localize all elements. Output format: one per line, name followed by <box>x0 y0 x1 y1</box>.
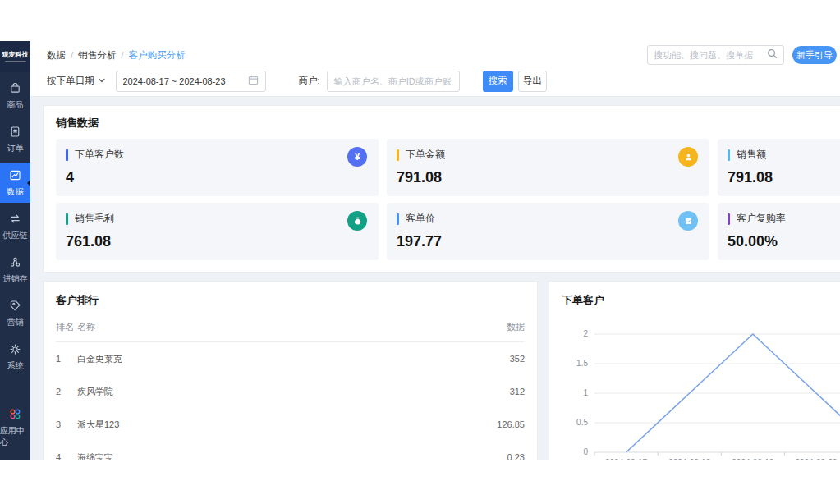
x-axis-label: 2024-08-20 <box>795 458 838 460</box>
value-cell: 352 <box>469 354 525 364</box>
check-square-icon <box>678 211 698 231</box>
global-search-input[interactable] <box>654 50 767 60</box>
sidebar-item-inventory[interactable]: 进销存 <box>0 250 30 290</box>
breadcrumb-item-current: 客户购买分析 <box>128 49 185 62</box>
card-title: 销售毛利 <box>75 212 114 226</box>
sidebar-item-label: 供应链 <box>3 230 28 241</box>
topbar: 数据 / 销售分析 / 客户购买分析 新手引导 按下单日期 <box>30 41 840 97</box>
table-row: 4海绵宝宝0.23 <box>56 441 525 460</box>
value-cell: 312 <box>469 387 525 396</box>
column-header-rank: 排名 <box>56 321 77 333</box>
rank-cell: 1 <box>56 354 77 364</box>
metric-card-repurchase-rate: 客户复购率 50.00% <box>718 203 840 260</box>
nodes-icon <box>8 255 22 271</box>
card-accent <box>66 149 68 161</box>
breadcrumb-separator: / <box>71 50 73 60</box>
sidebar-item-supply-chain[interactable]: 供应链 <box>0 206 30 246</box>
rank-cell: 2 <box>56 387 77 396</box>
metric-card-sales-amount: 销售额 791.08 <box>718 139 840 196</box>
x-axis-label: 2024-08-18 <box>668 458 711 460</box>
card-accent <box>397 149 399 161</box>
card-accent <box>66 213 68 225</box>
y-axis-label: 2 <box>583 329 588 338</box>
x-axis-label: 2024-08-17 <box>605 458 648 460</box>
logo[interactable]: 观麦科技 <box>0 41 30 72</box>
date-type-dropdown[interactable]: 按下单日期 <box>47 75 106 87</box>
sidebar-item-products[interactable]: 商品 <box>0 76 30 116</box>
tag-icon <box>8 299 22 314</box>
breadcrumb-item-data[interactable]: 数据 <box>47 49 66 62</box>
sidebar-item-label: 应用中心 <box>0 425 30 448</box>
card-title: 下单客户数 <box>75 148 124 162</box>
newbie-guide-button[interactable]: 新手引导 <box>792 46 837 64</box>
sidebar-item-label: 商品 <box>7 99 24 111</box>
card-title: 客单价 <box>406 212 435 226</box>
card-title: 客户复购率 <box>737 212 786 226</box>
sidebar-item-data[interactable]: 数据 <box>0 163 30 203</box>
app-center-icon <box>8 407 22 423</box>
logo-text: 观麦科技 <box>2 51 29 58</box>
x-axis-label: 2024-08-19 <box>732 458 774 460</box>
card-accent <box>728 213 730 225</box>
name-cell: 派大星123 <box>77 419 123 431</box>
sidebar-item-orders[interactable]: 订单 <box>0 119 30 159</box>
gear-icon <box>8 342 22 358</box>
sidebar-item-label: 数据 <box>7 186 24 198</box>
ranking-table-header: 排名 名称 数据 <box>56 308 525 342</box>
sidebar-item-marketing[interactable]: 营销 <box>0 293 30 333</box>
sales-data-title: 销售数据 <box>56 116 840 131</box>
rank-cell: 3 <box>56 419 77 429</box>
breadcrumb-item-sales-analysis[interactable]: 销售分析 <box>78 49 116 62</box>
search-icon[interactable] <box>767 48 778 62</box>
calendar-icon[interactable] <box>248 75 259 87</box>
main-area: 数据 / 销售分析 / 客户购买分析 新手引导 按下单日期 <box>30 41 840 460</box>
app-window: 观麦科技 商品 订单 数据 供应链 进销存 营销 系统 <box>0 41 840 460</box>
name-cell: 海绵宝宝 <box>77 451 123 460</box>
date-range-input[interactable] <box>116 71 266 92</box>
sidebar-item-app-center[interactable]: 应用中心 <box>0 401 30 453</box>
value-cell: 0.23 <box>469 452 525 460</box>
column-header-value: 数据 <box>469 321 525 333</box>
name-cell: 疾风学院 <box>77 386 123 398</box>
metric-card-order-customers: 下单客户数 4 ¥ <box>56 139 379 196</box>
logo-subtext <box>5 61 26 62</box>
card-value: 4 <box>66 169 369 186</box>
metric-card-avg-order-value: 客单价 197.77 <box>387 203 709 260</box>
card-accent <box>397 213 399 225</box>
metric-card-gross-profit: 销售毛利 761.08 <box>56 203 379 260</box>
table-row: 3派大星123126.85 <box>56 408 525 441</box>
card-value: 50.00% <box>728 233 840 250</box>
merchant-search-field[interactable] <box>327 71 460 92</box>
order-customers-chart: 00.511.522024-08-172024-08-182024-08-192… <box>562 314 840 460</box>
order-customers-title: 下单客户 <box>562 293 840 308</box>
card-value: 197.77 <box>397 233 700 250</box>
table-row: 2疾风学院312 <box>56 375 525 408</box>
metric-cards: 下单客户数 4 ¥ 下单金额 791.08 <box>56 139 840 260</box>
merchant-label: 商户: <box>299 75 320 87</box>
y-axis-label: 1.5 <box>576 359 588 368</box>
sidebar-item-label: 进销存 <box>3 273 28 285</box>
merchant-search-input[interactable] <box>334 76 452 86</box>
sidebar-item-system[interactable]: 系统 <box>0 337 30 377</box>
y-axis-label: 1 <box>583 388 588 397</box>
person-icon <box>678 147 698 167</box>
search-button[interactable]: 搜索 <box>483 71 513 92</box>
card-title: 下单金额 <box>406 148 445 162</box>
line-chart-icon <box>8 168 22 184</box>
card-accent <box>728 149 730 161</box>
sidebar-item-label: 订单 <box>7 143 24 154</box>
breadcrumb-separator: / <box>121 50 123 60</box>
sales-data-panel: 销售数据 下单客户数 4 ¥ <box>43 105 840 273</box>
date-range-value[interactable] <box>123 76 238 86</box>
card-title: 销售额 <box>737 148 766 162</box>
customer-ranking-title: 客户排行 <box>56 293 525 308</box>
y-axis-label: 0.5 <box>576 418 588 427</box>
name-cell: 白金史莱克 <box>77 353 123 365</box>
breadcrumb: 数据 / 销售分析 / 客户购买分析 <box>47 49 185 62</box>
export-button[interactable]: 导出 <box>518 71 547 92</box>
global-search[interactable] <box>647 45 784 65</box>
card-value: 791.08 <box>728 169 840 186</box>
value-cell: 126.85 <box>469 419 525 429</box>
customer-ranking-panel: 客户排行 排名 名称 数据 1白金史莱克3522疾风学院3123派大星12312… <box>43 281 538 460</box>
rank-cell: 4 <box>56 452 77 460</box>
